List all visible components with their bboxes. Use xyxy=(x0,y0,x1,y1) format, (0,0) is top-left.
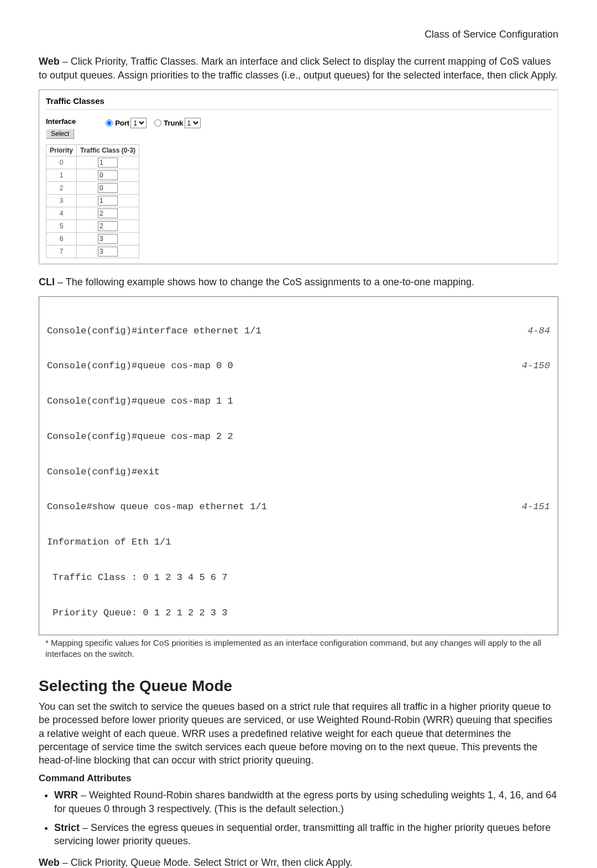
trunk-label: Trunk xyxy=(164,118,183,128)
cli-text: Console(config)#queue cos-map 0 0 xyxy=(47,360,233,372)
command-attributes-heading: Command Attributes xyxy=(39,772,558,785)
attr-text: – Weighted Round-Robin shares bandwidth … xyxy=(54,789,557,814)
cli-text: Console(config)#exit xyxy=(47,466,160,478)
web2-text: – Click Priority, Queue Mode. Select Str… xyxy=(60,857,353,868)
footnote: * Mapping specific values for CoS priori… xyxy=(45,637,558,659)
attr-label: Strict xyxy=(54,822,80,833)
traffic-classes-panel: Traffic Classes Interface Select Port 1 … xyxy=(39,90,558,264)
priority-cell: 6 xyxy=(46,232,77,245)
priority-cell: 2 xyxy=(46,181,77,194)
class-input[interactable] xyxy=(98,247,118,257)
class-input[interactable] xyxy=(98,208,118,218)
web2-paragraph: Web – Click Priority, Queue Mode. Select… xyxy=(39,856,558,868)
table-header-row: Priority Traffic Class (0-3) xyxy=(46,144,139,156)
cli-text: Information of Eth 1/1 xyxy=(47,536,171,548)
priority-cell: 3 xyxy=(46,194,77,207)
priority-cell: 4 xyxy=(46,207,77,219)
web-text: – Click Priority, Traffic Classes. Mark … xyxy=(39,56,558,80)
cli-text: Traffic Class : 0 1 2 3 4 5 6 7 xyxy=(47,572,227,583)
table-row: 3 xyxy=(46,194,139,207)
class-input[interactable] xyxy=(98,170,118,180)
traffic-class-table: Priority Traffic Class (0-3) 0 1 2 3 4 5… xyxy=(46,144,139,258)
trunk-radio[interactable] xyxy=(154,119,161,127)
select-button[interactable]: Select xyxy=(46,129,74,139)
trunk-select[interactable]: 1 xyxy=(185,118,201,128)
header-title: Class of Service Configuration xyxy=(39,28,558,41)
class-input[interactable] xyxy=(98,196,118,206)
priority-cell: 7 xyxy=(46,245,77,258)
panel-title: Traffic Classes xyxy=(46,96,551,107)
attr-text: – Services the egress queues in sequenti… xyxy=(54,822,551,846)
priority-cell: 5 xyxy=(46,219,77,232)
table-row: 4 xyxy=(46,207,139,219)
class-input[interactable] xyxy=(98,234,118,244)
interface-label: Interface xyxy=(46,117,76,127)
table-row: 0 xyxy=(46,156,139,169)
cli-ref: 4-150 xyxy=(522,360,550,372)
priority-header: Priority xyxy=(46,144,77,156)
divider xyxy=(46,109,551,110)
table-row: 1 xyxy=(46,169,139,181)
cli-text: Console#show queue cos-map ethernet 1/1 xyxy=(47,501,267,513)
cli-label: CLI xyxy=(39,276,55,287)
cli-text: Priority Queue: 0 1 2 1 2 2 3 3 xyxy=(47,607,227,619)
table-row: 2 xyxy=(46,181,139,194)
port-radio[interactable] xyxy=(106,119,113,127)
cli-text: Console(config)#queue cos-map 2 2 xyxy=(47,431,233,442)
attribute-list: WRR – Weighted Round-Robin shares bandwi… xyxy=(54,788,558,848)
table-row: 7 xyxy=(46,245,139,258)
class-header: Traffic Class (0-3) xyxy=(77,144,139,156)
cli-text: Console(config)#queue cos-map 1 1 xyxy=(47,395,233,407)
web2-label: Web xyxy=(39,857,60,868)
intro-web-paragraph: Web – Click Priority, Traffic Classes. M… xyxy=(39,55,558,82)
port-label: Port xyxy=(115,118,129,128)
cli-example-box: Console(config)#interface ethernet 1/14-… xyxy=(39,296,558,635)
intro-cli-paragraph: CLI – The following example shows how to… xyxy=(39,275,558,289)
class-input[interactable] xyxy=(98,183,118,193)
class-input[interactable] xyxy=(98,221,118,231)
class-input[interactable] xyxy=(98,158,118,168)
port-select[interactable]: 1 xyxy=(130,118,146,128)
cli-ref: 4-84 xyxy=(527,325,550,337)
priority-cell: 0 xyxy=(46,156,77,169)
table-row: 6 xyxy=(46,232,139,245)
cli-text: – The following example shows how to cha… xyxy=(55,276,474,287)
list-item: Strict – Services the egress queues in s… xyxy=(54,821,558,848)
cli-ref: 4-151 xyxy=(522,501,550,513)
attr-label: WRR xyxy=(54,789,78,801)
cli-text: Console(config)#interface ethernet 1/1 xyxy=(47,325,261,337)
section-body: You can set the switch to service the qu… xyxy=(39,700,558,767)
table-row: 5 xyxy=(46,219,139,232)
list-item: WRR – Weighted Round-Robin shares bandwi… xyxy=(54,788,558,815)
section-heading: Selecting the Queue Mode xyxy=(39,676,558,697)
web-label: Web xyxy=(39,56,60,67)
priority-cell: 1 xyxy=(46,169,77,181)
